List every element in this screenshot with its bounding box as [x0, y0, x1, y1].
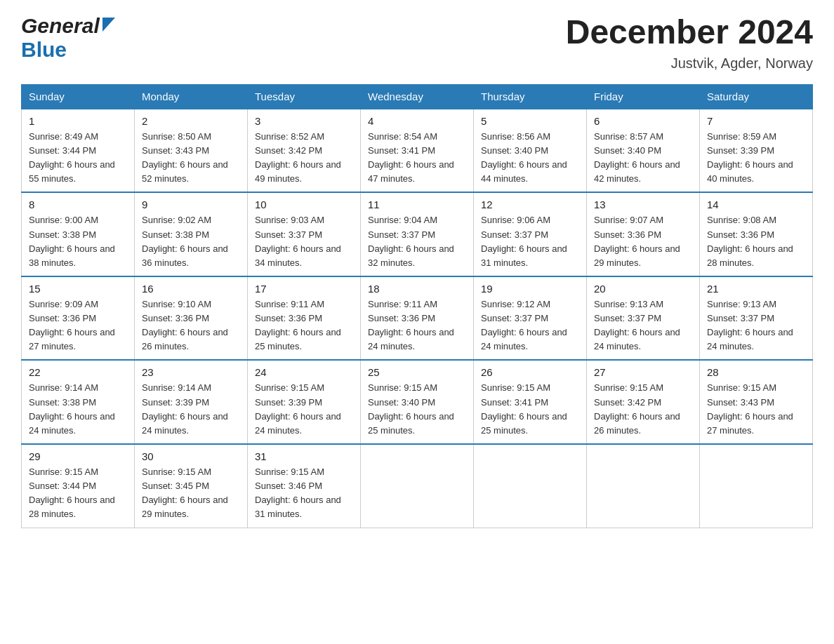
logo-blue-line: Blue [21, 38, 67, 62]
logo-area: General Blue [21, 14, 115, 62]
day-number: 8 [29, 199, 127, 210]
day-info: Sunrise: 9:08 AM Sunset: 3:36 PM Dayligh… [707, 213, 805, 270]
day-number: 28 [707, 366, 805, 378]
calendar-week-row: 29 Sunrise: 9:15 AM Sunset: 3:44 PM Dayl… [22, 444, 813, 528]
day-number: 18 [368, 283, 466, 295]
day-number: 24 [255, 366, 353, 378]
table-row: 24 Sunrise: 9:15 AM Sunset: 3:39 PM Dayl… [248, 360, 361, 444]
day-number: 29 [29, 450, 127, 462]
table-row: 2 Sunrise: 8:50 AM Sunset: 3:43 PM Dayli… [135, 109, 248, 193]
page-title: December 2024 [566, 14, 813, 51]
table-row: 18 Sunrise: 9:11 AM Sunset: 3:36 PM Dayl… [361, 276, 474, 361]
table-row: 23 Sunrise: 9:14 AM Sunset: 3:39 PM Dayl… [135, 360, 248, 444]
logo-blue-text: Blue [21, 38, 67, 61]
table-row: 15 Sunrise: 9:09 AM Sunset: 3:36 PM Dayl… [22, 276, 135, 361]
day-number: 11 [368, 199, 466, 210]
day-number: 15 [29, 283, 127, 295]
table-row: 1 Sunrise: 8:49 AM Sunset: 3:44 PM Dayli… [22, 109, 135, 193]
col-sunday: Sunday [22, 84, 135, 109]
day-info: Sunrise: 9:13 AM Sunset: 3:37 PM Dayligh… [594, 297, 692, 354]
day-number: 26 [481, 366, 579, 378]
day-number: 31 [255, 450, 353, 462]
day-number: 12 [481, 199, 579, 210]
day-number: 17 [255, 283, 353, 295]
day-info: Sunrise: 9:04 AM Sunset: 3:37 PM Dayligh… [368, 213, 466, 270]
calendar-week-row: 1 Sunrise: 8:49 AM Sunset: 3:44 PM Dayli… [22, 109, 813, 193]
day-info: Sunrise: 9:15 AM Sunset: 3:42 PM Dayligh… [594, 381, 692, 438]
col-friday: Friday [587, 84, 700, 109]
day-info: Sunrise: 9:15 AM Sunset: 3:39 PM Dayligh… [255, 381, 353, 438]
table-row [700, 444, 813, 528]
table-row [361, 444, 474, 528]
logo-triangle-icon [102, 18, 115, 34]
day-number: 14 [707, 199, 805, 210]
col-thursday: Thursday [474, 84, 587, 109]
day-info: Sunrise: 9:15 AM Sunset: 3:41 PM Dayligh… [481, 381, 579, 438]
day-number: 5 [481, 115, 579, 127]
day-info: Sunrise: 8:49 AM Sunset: 3:44 PM Dayligh… [29, 130, 127, 187]
page-subtitle: Justvik, Agder, Norway [566, 55, 813, 72]
day-number: 22 [29, 366, 127, 378]
table-row: 8 Sunrise: 9:00 AM Sunset: 3:38 PM Dayli… [22, 192, 135, 276]
day-number: 6 [594, 115, 692, 127]
logo-general-text: General [21, 14, 100, 38]
day-number: 1 [29, 115, 127, 127]
calendar-week-row: 8 Sunrise: 9:00 AM Sunset: 3:38 PM Dayli… [22, 192, 813, 276]
day-info: Sunrise: 9:13 AM Sunset: 3:37 PM Dayligh… [707, 297, 805, 354]
table-row: 16 Sunrise: 9:10 AM Sunset: 3:36 PM Dayl… [135, 276, 248, 361]
day-number: 30 [142, 450, 240, 462]
table-row: 26 Sunrise: 9:15 AM Sunset: 3:41 PM Dayl… [474, 360, 587, 444]
day-info: Sunrise: 8:57 AM Sunset: 3:40 PM Dayligh… [594, 130, 692, 187]
day-number: 10 [255, 199, 353, 210]
table-row: 3 Sunrise: 8:52 AM Sunset: 3:42 PM Dayli… [248, 109, 361, 193]
day-info: Sunrise: 9:07 AM Sunset: 3:36 PM Dayligh… [594, 213, 692, 270]
day-info: Sunrise: 9:03 AM Sunset: 3:37 PM Dayligh… [255, 213, 353, 270]
table-row: 21 Sunrise: 9:13 AM Sunset: 3:37 PM Dayl… [700, 276, 813, 361]
day-info: Sunrise: 8:59 AM Sunset: 3:39 PM Dayligh… [707, 130, 805, 187]
calendar-header-row: Sunday Monday Tuesday Wednesday Thursday… [22, 84, 813, 109]
day-info: Sunrise: 9:15 AM Sunset: 3:43 PM Dayligh… [707, 381, 805, 438]
day-info: Sunrise: 9:06 AM Sunset: 3:37 PM Dayligh… [481, 213, 579, 270]
day-info: Sunrise: 9:00 AM Sunset: 3:38 PM Dayligh… [29, 213, 127, 270]
table-row: 12 Sunrise: 9:06 AM Sunset: 3:37 PM Dayl… [474, 192, 587, 276]
table-row [587, 444, 700, 528]
table-row [474, 444, 587, 528]
day-info: Sunrise: 9:10 AM Sunset: 3:36 PM Dayligh… [142, 297, 240, 354]
table-row: 31 Sunrise: 9:15 AM Sunset: 3:46 PM Dayl… [248, 444, 361, 528]
table-row: 20 Sunrise: 9:13 AM Sunset: 3:37 PM Dayl… [587, 276, 700, 361]
table-row: 27 Sunrise: 9:15 AM Sunset: 3:42 PM Dayl… [587, 360, 700, 444]
calendar-week-row: 15 Sunrise: 9:09 AM Sunset: 3:36 PM Dayl… [22, 276, 813, 361]
table-row: 13 Sunrise: 9:07 AM Sunset: 3:36 PM Dayl… [587, 192, 700, 276]
day-info: Sunrise: 9:15 AM Sunset: 3:44 PM Dayligh… [29, 465, 127, 522]
title-area: December 2024 Justvik, Agder, Norway [566, 14, 813, 72]
table-row: 11 Sunrise: 9:04 AM Sunset: 3:37 PM Dayl… [361, 192, 474, 276]
day-number: 7 [707, 115, 805, 127]
day-number: 19 [481, 283, 579, 295]
calendar-week-row: 22 Sunrise: 9:14 AM Sunset: 3:38 PM Dayl… [22, 360, 813, 444]
day-info: Sunrise: 8:56 AM Sunset: 3:40 PM Dayligh… [481, 130, 579, 187]
day-info: Sunrise: 9:02 AM Sunset: 3:38 PM Dayligh… [142, 213, 240, 270]
day-number: 13 [594, 199, 692, 210]
day-info: Sunrise: 9:15 AM Sunset: 3:40 PM Dayligh… [368, 381, 466, 438]
table-row: 6 Sunrise: 8:57 AM Sunset: 3:40 PM Dayli… [587, 109, 700, 193]
day-info: Sunrise: 9:14 AM Sunset: 3:38 PM Dayligh… [29, 381, 127, 438]
logo: General [21, 14, 115, 38]
table-row: 4 Sunrise: 8:54 AM Sunset: 3:41 PM Dayli… [361, 109, 474, 193]
svg-marker-0 [102, 18, 115, 32]
day-number: 21 [707, 283, 805, 295]
day-number: 20 [594, 283, 692, 295]
table-row: 30 Sunrise: 9:15 AM Sunset: 3:45 PM Dayl… [135, 444, 248, 528]
day-info: Sunrise: 9:09 AM Sunset: 3:36 PM Dayligh… [29, 297, 127, 354]
day-info: Sunrise: 9:11 AM Sunset: 3:36 PM Dayligh… [255, 297, 353, 354]
day-info: Sunrise: 9:15 AM Sunset: 3:46 PM Dayligh… [255, 465, 353, 522]
day-number: 27 [594, 366, 692, 378]
table-row: 5 Sunrise: 8:56 AM Sunset: 3:40 PM Dayli… [474, 109, 587, 193]
day-number: 25 [368, 366, 466, 378]
table-row: 7 Sunrise: 8:59 AM Sunset: 3:39 PM Dayli… [700, 109, 813, 193]
table-row: 19 Sunrise: 9:12 AM Sunset: 3:37 PM Dayl… [474, 276, 587, 361]
col-tuesday: Tuesday [248, 84, 361, 109]
day-info: Sunrise: 9:11 AM Sunset: 3:36 PM Dayligh… [368, 297, 466, 354]
table-row: 28 Sunrise: 9:15 AM Sunset: 3:43 PM Dayl… [700, 360, 813, 444]
day-number: 3 [255, 115, 353, 127]
calendar-table: Sunday Monday Tuesday Wednesday Thursday… [21, 84, 813, 528]
